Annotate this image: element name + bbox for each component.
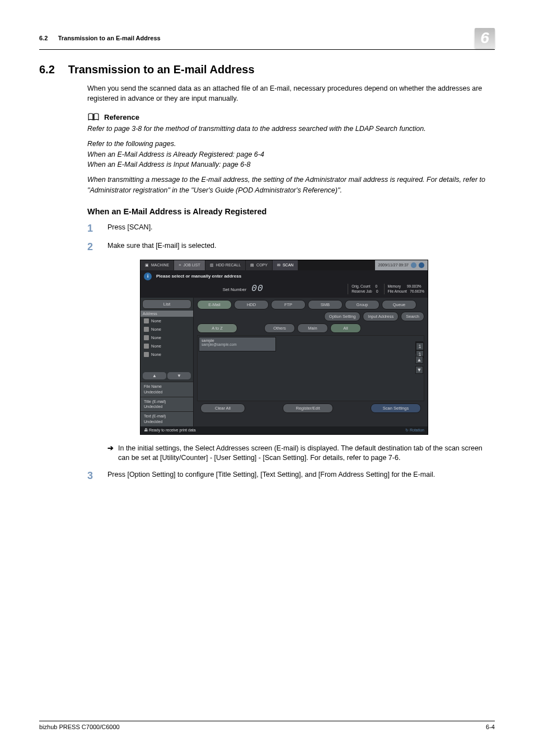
book-icon	[87, 112, 100, 121]
tab-hddrecall[interactable]: ▥ HDD RECALL	[205, 260, 246, 270]
reference-line: When an E-Mail Address is Already Regist…	[87, 151, 264, 158]
filter-all[interactable]: All	[330, 323, 361, 333]
smb-icon	[144, 344, 149, 349]
machine-icon: ▣	[145, 263, 149, 267]
search-button[interactable]: Search	[401, 312, 424, 321]
clear-all-button[interactable]: Clear All	[200, 403, 245, 413]
group-icon	[144, 352, 149, 357]
step-number: 3	[87, 470, 97, 482]
rotation-label: Rotation	[410, 428, 424, 432]
address-row[interactable]: None	[140, 342, 193, 350]
header-section-num: 6.2	[39, 35, 48, 41]
filter-main[interactable]: Main	[297, 323, 328, 333]
info-message: Please select or manually enter address	[156, 274, 241, 279]
orig-count-value: 0	[376, 284, 378, 288]
datetime-label: 2009/11/27 09:37	[378, 263, 409, 267]
text-meta[interactable]: Text (E-mail) Undecided	[140, 411, 193, 426]
step-text: Press [Option Setting] to configure [Tit…	[107, 470, 495, 480]
reference-line: When transmitting a message to the E-mai…	[87, 175, 495, 196]
set-number-label: Set Number	[223, 287, 247, 292]
card-title: sample	[202, 339, 273, 342]
option-setting-button[interactable]: Option Setting	[324, 312, 361, 321]
address-row[interactable]: None	[140, 334, 193, 342]
step-number: 1	[87, 223, 97, 234]
tab-copy[interactable]: ▤ COPY	[246, 260, 273, 270]
step-text: Press [SCAN].	[107, 223, 495, 233]
tab-email[interactable]: E-Mail	[197, 300, 232, 309]
step-text: Make sure that [E-mail] is selected.	[107, 241, 495, 251]
tab-queue[interactable]: Queue	[382, 300, 416, 309]
file-amount-value: 76.663%	[410, 289, 424, 293]
list-button[interactable]: List	[142, 299, 191, 309]
reference-line: When an E-Mail Address is Input Manually…	[87, 161, 250, 168]
step-note: In the initial settings, the Select Addr…	[118, 444, 495, 463]
address-card[interactable]: sample sample@sample.com	[199, 337, 276, 351]
tab-hdd[interactable]: HDD	[234, 300, 269, 309]
status-circle-icon[interactable]	[411, 262, 416, 268]
status-message: Ready to receive print data	[149, 428, 196, 432]
reference-line: Refer to page 3-8 for the method of tran…	[87, 124, 495, 134]
printer-icon: 🖶	[144, 428, 148, 432]
subheading: When an E-Mail Address is Already Regist…	[87, 207, 495, 216]
input-address-button[interactable]: Input Address	[363, 312, 399, 321]
chapter-badge: 6	[475, 28, 495, 48]
scan-icon: ✉	[277, 263, 280, 267]
hdd-icon: ▥	[210, 263, 214, 267]
footer-page: 6-4	[486, 724, 495, 730]
header-section-title: Transmission to an E-mail Address	[58, 35, 161, 41]
help-circle-icon[interactable]	[419, 262, 424, 268]
rotation-icon: ↻	[405, 428, 409, 432]
memory-label: Memory	[388, 284, 401, 288]
address-grid: sample sample@sample.com	[197, 335, 424, 401]
section-number: 6.2	[39, 63, 55, 76]
section-title: Transmission to an E-mail Address	[68, 63, 255, 76]
footer-product: bizhub PRESS C7000/C6000	[39, 724, 120, 730]
nav-up-button[interactable]: ▲	[143, 372, 166, 379]
address-row[interactable]: None	[140, 325, 193, 334]
tab-ftp[interactable]: FTP	[271, 300, 306, 309]
step-number: 2	[87, 241, 97, 253]
address-row[interactable]: None	[140, 317, 193, 325]
arrow-icon: ➔	[107, 444, 114, 463]
filename-meta[interactable]: File Name Undecided	[140, 382, 193, 397]
reserve-job-value: 0	[376, 289, 378, 293]
address-row[interactable]: None	[140, 350, 193, 359]
scroll-up-button[interactable]: ▲	[415, 356, 423, 364]
intro-paragraph: When you send the scanned data as an att…	[87, 84, 495, 104]
list-icon: ≡	[179, 263, 181, 267]
card-subtitle: sample@sample.com	[202, 342, 273, 346]
server-icon	[144, 335, 149, 340]
tab-smb[interactable]: SMB	[308, 300, 343, 309]
info-icon: i	[144, 273, 152, 280]
orig-count-label: Orig. Count	[352, 284, 370, 288]
reference-heading: Reference	[104, 113, 139, 121]
tab-group[interactable]: Group	[345, 300, 380, 309]
filter-others[interactable]: Others	[264, 323, 295, 333]
tab-machine[interactable]: ▣ MACHINE	[140, 260, 174, 270]
scan-settings-button[interactable]: Scan Settings	[371, 403, 421, 413]
folder-icon	[144, 327, 149, 332]
title-meta[interactable]: Title (E-mail) Undecided	[140, 397, 193, 412]
tab-scan[interactable]: ✉ SCAN	[273, 260, 298, 270]
reference-line: Refer to the following pages.	[87, 140, 176, 148]
register-edit-button[interactable]: Register/Edit	[283, 403, 333, 413]
filter-atoz[interactable]: A to Z	[197, 323, 237, 333]
tab-joblist[interactable]: ≡ JOB LIST	[174, 260, 205, 270]
envelope-icon	[144, 318, 149, 323]
memory-value: 99.003%	[407, 284, 421, 288]
copy-icon: ▤	[250, 263, 254, 267]
nav-down-button[interactable]: ▼	[167, 372, 191, 379]
scroll-down-button[interactable]: ▼	[415, 366, 423, 374]
file-amount-label: File Amount	[388, 289, 407, 293]
address-header: Address	[140, 311, 193, 317]
reserve-job-label: Reserve Job	[352, 289, 372, 293]
page-counter: 1 1	[415, 341, 423, 354]
set-number-value: 00	[251, 284, 263, 294]
device-screenshot: ▣ MACHINE ≡ JOB LIST ▥ HDD RECALL ▤ COPY…	[140, 260, 428, 435]
header-left: 6.2 Transmission to an E-mail Address	[39, 35, 161, 41]
